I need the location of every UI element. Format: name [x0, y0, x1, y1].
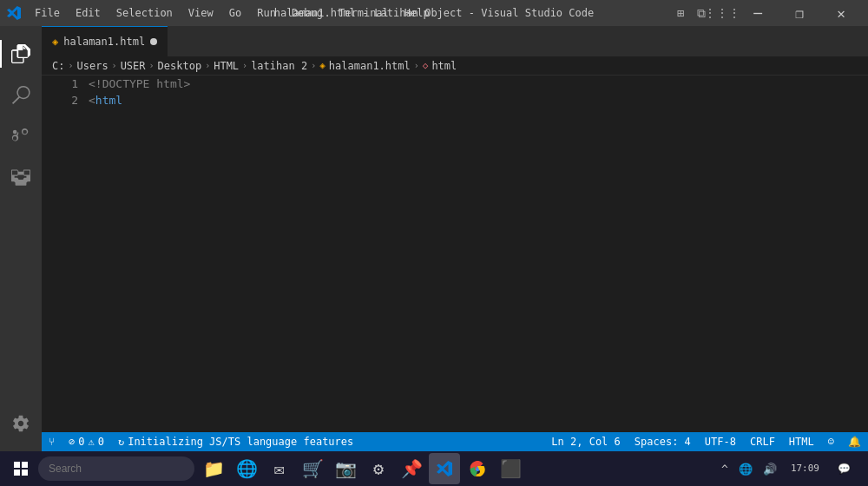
spaces-item[interactable]: Spaces: 4: [628, 432, 698, 451]
title-bar-right: ⊞ ⧉ ⋮⋮⋮ ─ ❐ ✕: [674, 0, 861, 26]
taskbar-chrome[interactable]: [462, 453, 493, 484]
breadcrumb-desktop[interactable]: Desktop: [158, 60, 202, 72]
explorer-icon[interactable]: [0, 33, 42, 75]
svg-rect-3: [22, 470, 28, 476]
taskbar-vscode[interactable]: [429, 453, 460, 484]
taskbar-volume-icon[interactable]: 🔊: [760, 461, 780, 477]
svg-rect-2: [14, 470, 20, 476]
svg-rect-0: [14, 462, 20, 468]
breadcrumb-c[interactable]: C:: [52, 60, 64, 72]
taskbar-search-input[interactable]: [38, 456, 194, 481]
extensions-icon[interactable]: [0, 158, 42, 200]
taskbar-network-icon[interactable]: 🌐: [735, 461, 756, 477]
breadcrumb-desktop-label: Desktop: [158, 60, 202, 72]
title-bar: File Edit Selection View Go Run Debug Te…: [0, 0, 868, 26]
maximize-button[interactable]: ❐: [779, 0, 819, 26]
taskbar-mail[interactable]: ✉: [264, 453, 295, 484]
menu-go[interactable]: Go: [222, 5, 248, 21]
breadcrumb-element[interactable]: ◇ html: [423, 60, 457, 72]
code-line-2: <html: [89, 92, 856, 108]
main-area: ◈ halaman1.html C: › Users › USER › Desk…: [0, 26, 868, 451]
title-bar-icons: ⊞ ⧉ ⋮⋮⋮: [674, 6, 729, 20]
feedback-item[interactable]: ☺: [821, 432, 841, 451]
activity-bar-bottom: [0, 403, 42, 444]
line-number-1: 1: [42, 76, 78, 92]
breadcrumb-c-label: C:: [52, 60, 64, 72]
taskbar-cmd[interactable]: ⬛: [495, 453, 526, 484]
taskbar-store[interactable]: 🛒: [297, 453, 328, 484]
breadcrumb-user-label: USER: [121, 60, 146, 72]
taskbar-chevron-icon[interactable]: ^: [718, 461, 732, 477]
minimize-button[interactable]: ─: [738, 0, 778, 26]
scroll-area: [856, 76, 868, 432]
vscode-logo-icon: [7, 6, 21, 20]
taskbar-right: ^ 🌐 🔊 17:09 💬: [718, 451, 865, 486]
breadcrumb-element-icon: ◇: [423, 60, 429, 71]
taskbar-edge[interactable]: 🌐: [231, 453, 262, 484]
taskbar-settings[interactable]: ⚙: [363, 453, 394, 484]
activity-bar: [0, 26, 42, 451]
info-msg-item[interactable]: ↻ Initializing JS/TS language features: [111, 432, 360, 451]
breadcrumb-user[interactable]: USER: [121, 60, 146, 72]
source-control-icon[interactable]: [0, 116, 42, 158]
git-branch-item[interactable]: ⑂: [42, 432, 62, 451]
menu-bar: File Edit Selection View Go Run Debug Te…: [28, 5, 437, 21]
errors-item[interactable]: ⊘ 0 ⚠ 0: [62, 432, 111, 451]
menu-view[interactable]: View: [181, 5, 220, 21]
menu-file[interactable]: File: [28, 5, 67, 21]
split-icon[interactable]: ⋮⋮⋮: [715, 6, 729, 20]
menu-selection[interactable]: Selection: [109, 5, 180, 21]
line-numbers: 1 2: [42, 76, 85, 432]
taskbar-photos[interactable]: 📷: [330, 453, 361, 484]
feedback-icon: ☺: [828, 436, 834, 448]
status-left: ⑂ ⊘ 0 ⚠ 0 ↻ Initializing JS/TS language …: [42, 432, 360, 451]
remote-icon[interactable]: ⊞: [674, 6, 687, 20]
breadcrumb-users[interactable]: Users: [76, 60, 108, 72]
code-line-1: <!DOCTYPE html>: [89, 76, 856, 92]
taskbar-file-explorer[interactable]: 📁: [198, 453, 229, 484]
menu-help[interactable]: Help: [398, 5, 437, 21]
breadcrumb-latihan2[interactable]: latihan 2: [251, 60, 307, 72]
encoding-item[interactable]: UTF-8: [698, 432, 743, 451]
spaces-text: Spaces: 4: [635, 436, 691, 448]
svg-rect-1: [22, 462, 28, 468]
editor-content[interactable]: 1 2 <!DOCTYPE html> <html: [42, 76, 868, 432]
tab-bar: ◈ halaman1.html: [42, 26, 868, 56]
start-button[interactable]: [3, 451, 38, 486]
taskbar-clock[interactable]: 17:09: [784, 460, 826, 476]
language-item[interactable]: HTML: [782, 432, 821, 451]
close-button[interactable]: ✕: [821, 0, 861, 26]
editor-tab[interactable]: ◈ halaman1.html: [42, 26, 168, 56]
taskbar-apps: 📁 🌐 ✉ 🛒 📷 ⚙ 📌 ⬛: [198, 453, 718, 484]
settings-icon[interactable]: [0, 403, 42, 444]
taskbar-pin1[interactable]: 📌: [396, 453, 427, 484]
breadcrumb-latihan2-label: latihan 2: [251, 60, 307, 72]
position-item[interactable]: Ln 2, Col 6: [544, 432, 627, 451]
git-icon: ⑂: [49, 436, 55, 448]
code-area[interactable]: <!DOCTYPE html> <html: [85, 76, 856, 432]
menu-debug[interactable]: Debug: [285, 5, 330, 21]
breadcrumb: C: › Users › USER › Desktop › HTML › lat…: [42, 56, 868, 76]
menu-edit[interactable]: Edit: [69, 5, 108, 21]
breadcrumb-element-label: html: [431, 60, 457, 72]
status-bar: ⑂ ⊘ 0 ⚠ 0 ↻ Initializing JS/TS language …: [42, 432, 868, 451]
encoding-text: UTF-8: [705, 436, 736, 448]
search-icon[interactable]: [0, 75, 42, 116]
sync-icon: ↻: [118, 436, 124, 448]
bell-icon: 🔔: [848, 436, 861, 448]
breadcrumb-filename[interactable]: ◈ halaman1.html: [319, 60, 411, 72]
status-right: Ln 2, Col 6 Spaces: 4 UTF-8 CRLF HTML ☺: [544, 432, 868, 451]
language-text: HTML: [789, 436, 814, 448]
breadcrumb-file-icon: ◈: [319, 60, 326, 71]
menu-terminal[interactable]: Terminal: [332, 5, 396, 21]
bell-item[interactable]: 🔔: [841, 432, 868, 451]
tab-filename: halaman1.html: [63, 36, 145, 48]
error-count: 0: [78, 436, 84, 448]
breadcrumb-html-label: HTML: [214, 60, 239, 72]
line-ending-item[interactable]: CRLF: [743, 432, 782, 451]
taskbar-notification[interactable]: 💬: [830, 451, 858, 486]
breadcrumb-html[interactable]: HTML: [214, 60, 239, 72]
menu-run[interactable]: Run: [250, 5, 283, 21]
title-bar-left: File Edit Selection View Go Run Debug Te…: [7, 5, 437, 21]
notification-icon: 💬: [838, 463, 851, 475]
